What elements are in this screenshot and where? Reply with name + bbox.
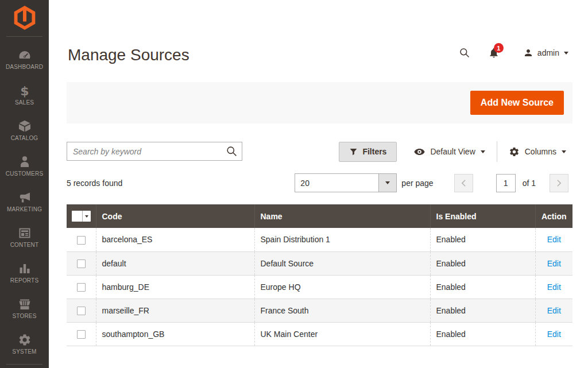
enabled-cell: Enabled <box>430 275 535 299</box>
name-cell: Europe HQ <box>254 275 430 299</box>
main-content: Manage Sources 1 admin Add New Source Fi… <box>49 0 588 368</box>
enabled-cell: Enabled <box>430 299 535 322</box>
notifications-bell-icon[interactable]: 1 <box>488 47 500 59</box>
sidebar-item-catalog[interactable]: CATALOG <box>0 115 49 150</box>
edit-link[interactable]: Edit <box>547 282 561 292</box>
sidebar-item-marketing[interactable]: MARKETING <box>0 186 49 222</box>
catalog-icon <box>0 119 49 133</box>
filters-button[interactable]: Filters <box>339 142 397 162</box>
row-checkbox[interactable] <box>77 236 86 245</box>
search-icon[interactable] <box>459 47 470 59</box>
code-cell: hamburg_DE <box>96 275 254 299</box>
notification-badge: 1 <box>494 43 504 53</box>
sources-table-body: barcelona_ESSpain Distribution 1EnabledE… <box>67 228 572 346</box>
page-title: Manage Sources <box>68 46 189 64</box>
magento-logo[interactable] <box>0 0 49 30</box>
per-page-select[interactable]: 20 <box>295 173 397 192</box>
view-dropdown[interactable]: Default View <box>414 146 485 157</box>
page-number-input[interactable] <box>496 174 516 192</box>
search-submit-icon[interactable] <box>226 145 238 157</box>
edit-link[interactable]: Edit <box>547 235 561 244</box>
sidebar-item-label: CUSTOMERS <box>0 171 49 177</box>
code-cell: default <box>96 251 254 275</box>
sidebar-item-stores[interactable]: STORES <box>0 293 49 328</box>
row-checkbox[interactable] <box>77 307 86 315</box>
filter-funnel-icon <box>349 148 358 156</box>
select-all-header <box>67 204 96 228</box>
sidebar-item-label: DASHBOARD <box>0 64 49 70</box>
marketing-icon <box>0 191 49 204</box>
select-all-checkbox[interactable] <box>72 211 82 222</box>
row-checkbox[interactable] <box>77 330 86 339</box>
select-all-control[interactable] <box>72 211 91 222</box>
sidebar-divider <box>6 36 42 37</box>
sidebar-menu: DASHBOARD$SALESCATALOGCUSTOMERSMARKETING… <box>0 44 49 364</box>
sidebar-item-customers[interactable]: CUSTOMERS <box>0 150 49 186</box>
prev-page-button[interactable] <box>454 174 473 192</box>
content-icon <box>0 226 49 240</box>
svg-text:$: $ <box>20 84 29 98</box>
sidebar-item-reports[interactable]: REPORTS <box>0 257 49 293</box>
row-select-cell <box>67 251 96 275</box>
total-pages-label: of 1 <box>523 179 536 188</box>
row-select-cell <box>67 299 96 322</box>
select-all-dropdown[interactable] <box>82 211 91 222</box>
edit-link[interactable]: Edit <box>547 330 561 339</box>
table-header-row: Code Name Is Enabled Action <box>67 204 572 228</box>
chevron-left-icon <box>461 179 466 187</box>
sidebar-item-label: REPORTS <box>0 277 49 284</box>
chevron-down-icon <box>481 150 485 153</box>
action-cell: Edit <box>535 228 572 251</box>
enabled-cell: Enabled <box>430 228 535 251</box>
sidebar-divider-bottom <box>6 364 42 365</box>
sidebar-item-label: MARKETING <box>0 206 49 212</box>
sidebar-item-content[interactable]: CONTENT <box>0 222 49 257</box>
enabled-cell: Enabled <box>430 322 535 346</box>
user-icon <box>523 48 533 58</box>
sidebar-item-system[interactable]: SYSTEM <box>0 328 49 364</box>
sidebar-item-label: SYSTEM <box>0 348 49 355</box>
action-cell: Edit <box>535 251 572 275</box>
eye-icon <box>414 146 425 157</box>
admin-account-menu[interactable]: admin <box>523 48 568 58</box>
sidebar-item-dashboard[interactable]: DASHBOARD <box>0 44 49 79</box>
action-cell: Edit <box>535 299 572 322</box>
customers-icon <box>0 155 49 169</box>
name-cell: UK Main Center <box>254 322 430 346</box>
sidebar-item-label: SALES <box>0 99 49 106</box>
sales-icon: $ <box>0 84 49 98</box>
keyword-search <box>67 142 242 161</box>
action-bar: Add New Source <box>67 82 572 123</box>
records-count: 5 records found <box>67 179 122 188</box>
column-header-code[interactable]: Code <box>96 204 254 228</box>
chevron-right-icon <box>556 179 562 187</box>
header-actions: 1 admin <box>459 47 568 59</box>
column-header-is-enabled[interactable]: Is Enabled <box>430 204 535 228</box>
action-cell: Edit <box>535 275 572 299</box>
sidebar-item-sales[interactable]: $SALES <box>0 79 49 115</box>
view-label: Default View <box>430 147 475 156</box>
row-checkbox[interactable] <box>77 283 86 292</box>
filters-label: Filters <box>362 147 386 156</box>
name-cell: Spain Distribution 1 <box>254 228 430 251</box>
code-cell: southampton_GB <box>96 322 254 346</box>
name-cell: Default Source <box>254 251 430 275</box>
system-icon <box>0 333 49 347</box>
edit-link[interactable]: Edit <box>547 306 561 315</box>
edit-link[interactable]: Edit <box>547 259 561 268</box>
next-page-button[interactable] <box>550 174 568 192</box>
column-header-name[interactable]: Name <box>254 204 430 228</box>
row-checkbox[interactable] <box>77 259 86 268</box>
per-page-value: 20 <box>295 179 378 188</box>
pagination: 20 per page of 1 <box>295 173 568 192</box>
columns-dropdown[interactable]: Columns <box>509 146 566 157</box>
sidebar-item-label: CONTENT <box>0 242 49 248</box>
reports-icon <box>0 262 49 276</box>
admin-username: admin <box>537 48 559 57</box>
table-row: defaultDefault SourceEnabledEdit <box>67 251 572 275</box>
add-new-source-button[interactable]: Add New Source <box>470 91 564 115</box>
gear-icon <box>509 146 520 157</box>
search-input[interactable] <box>67 142 242 161</box>
row-select-cell <box>67 322 96 346</box>
toolbar-divider <box>497 141 497 162</box>
